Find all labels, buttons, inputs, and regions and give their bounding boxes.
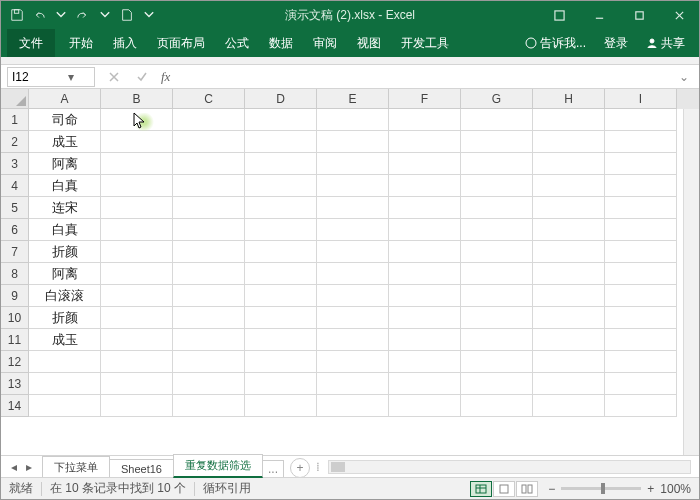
cell[interactable]	[605, 241, 677, 263]
cell[interactable]	[101, 175, 173, 197]
close-icon[interactable]	[659, 1, 699, 29]
cell[interactable]	[461, 109, 533, 131]
cell[interactable]	[173, 263, 245, 285]
cell[interactable]	[173, 329, 245, 351]
cell[interactable]	[605, 219, 677, 241]
cell[interactable]	[389, 175, 461, 197]
zoom-in-icon[interactable]: +	[647, 482, 654, 496]
cell[interactable]	[605, 307, 677, 329]
tab-home[interactable]: 开始	[59, 29, 103, 57]
cell[interactable]	[317, 329, 389, 351]
zoom-slider[interactable]	[561, 487, 641, 490]
cell[interactable]	[173, 307, 245, 329]
col-header[interactable]: H	[533, 89, 605, 109]
cell[interactable]: 成玉	[29, 329, 101, 351]
cell[interactable]: 折颜	[29, 307, 101, 329]
add-sheet-icon[interactable]: +	[290, 458, 310, 478]
select-all-corner[interactable]	[1, 89, 29, 109]
cell[interactable]	[173, 395, 245, 417]
share-button[interactable]: 共享	[638, 29, 693, 57]
cell[interactable]	[605, 131, 677, 153]
new-file-icon[interactable]	[119, 7, 135, 23]
horizontal-scrollbar[interactable]	[328, 460, 691, 474]
cell[interactable]	[317, 285, 389, 307]
cell[interactable]	[173, 373, 245, 395]
col-header[interactable]: C	[173, 89, 245, 109]
cell[interactable]	[461, 241, 533, 263]
cell[interactable]	[317, 219, 389, 241]
tab-data[interactable]: 数据	[259, 29, 303, 57]
sheet-tab[interactable]: Sheet16	[109, 459, 174, 478]
cell[interactable]	[245, 329, 317, 351]
tell-me-button[interactable]: 告诉我...	[517, 29, 594, 57]
cell[interactable]	[533, 109, 605, 131]
zoom-out-icon[interactable]: −	[548, 482, 555, 496]
redo-icon[interactable]	[75, 7, 91, 23]
cell[interactable]	[173, 131, 245, 153]
cell[interactable]	[461, 373, 533, 395]
cell[interactable]: 阿离	[29, 153, 101, 175]
cell[interactable]	[461, 351, 533, 373]
cell[interactable]	[173, 153, 245, 175]
collapse-ribbon-icon[interactable]: ⌄	[673, 66, 695, 88]
cell[interactable]	[29, 395, 101, 417]
cell[interactable]	[101, 263, 173, 285]
tab-view[interactable]: 视图	[347, 29, 391, 57]
fx-label[interactable]: fx	[161, 69, 170, 85]
cell[interactable]	[389, 351, 461, 373]
cell[interactable]	[29, 351, 101, 373]
cell[interactable]	[317, 373, 389, 395]
maximize-icon[interactable]	[619, 1, 659, 29]
tab-developer[interactable]: 开发工具	[391, 29, 459, 57]
row-header[interactable]: 10	[1, 307, 29, 329]
cell[interactable]	[389, 131, 461, 153]
cell[interactable]	[317, 395, 389, 417]
cell[interactable]	[317, 153, 389, 175]
cell[interactable]	[389, 307, 461, 329]
cell[interactable]	[605, 175, 677, 197]
cell[interactable]	[245, 175, 317, 197]
cell[interactable]	[317, 197, 389, 219]
col-header[interactable]: A	[29, 89, 101, 109]
cell[interactable]	[173, 285, 245, 307]
row-header[interactable]: 5	[1, 197, 29, 219]
cell[interactable]	[533, 285, 605, 307]
cell[interactable]	[533, 307, 605, 329]
normal-view-icon[interactable]	[470, 481, 492, 497]
cell[interactable]	[101, 351, 173, 373]
cell[interactable]	[101, 373, 173, 395]
confirm-icon[interactable]	[133, 68, 151, 86]
cell[interactable]	[173, 197, 245, 219]
cell[interactable]	[461, 285, 533, 307]
cell[interactable]	[605, 285, 677, 307]
cell[interactable]	[317, 351, 389, 373]
undo-icon[interactable]	[31, 7, 47, 23]
cell[interactable]	[317, 241, 389, 263]
cell[interactable]	[317, 175, 389, 197]
cell[interactable]	[245, 263, 317, 285]
row-header[interactable]: 3	[1, 153, 29, 175]
cancel-icon[interactable]	[105, 68, 123, 86]
col-header[interactable]: D	[245, 89, 317, 109]
cell[interactable]: 阿离	[29, 263, 101, 285]
cell[interactable]	[389, 285, 461, 307]
save-icon[interactable]	[9, 7, 25, 23]
row-header[interactable]: 12	[1, 351, 29, 373]
cell[interactable]: 司命	[29, 109, 101, 131]
cell[interactable]	[245, 197, 317, 219]
cell[interactable]	[245, 307, 317, 329]
row-header[interactable]: 1	[1, 109, 29, 131]
cell[interactable]: 折颜	[29, 241, 101, 263]
row-header[interactable]: 7	[1, 241, 29, 263]
cell[interactable]	[605, 197, 677, 219]
col-header[interactable]: F	[389, 89, 461, 109]
cell[interactable]	[101, 219, 173, 241]
help-icon[interactable]	[539, 1, 579, 29]
cell[interactable]	[173, 175, 245, 197]
row-header[interactable]: 4	[1, 175, 29, 197]
tab-insert[interactable]: 插入	[103, 29, 147, 57]
chevron-down-icon[interactable]	[97, 7, 113, 23]
cell[interactable]	[389, 373, 461, 395]
cell[interactable]	[533, 373, 605, 395]
cell[interactable]	[101, 307, 173, 329]
